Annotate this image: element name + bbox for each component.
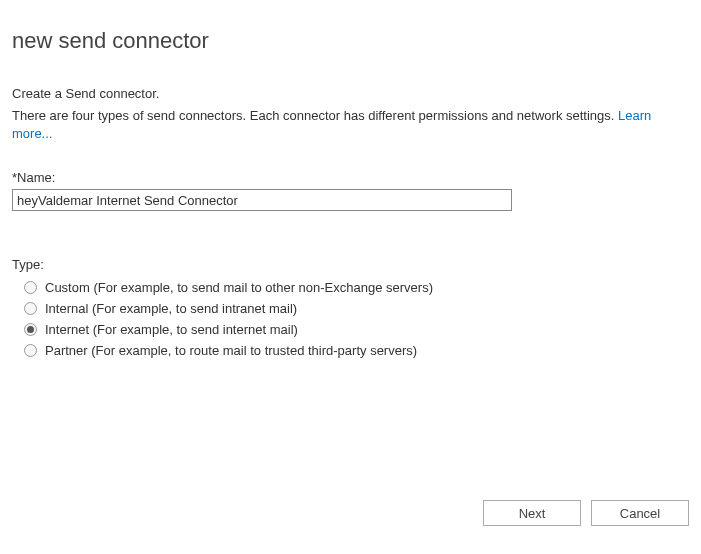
name-input[interactable] xyxy=(12,189,512,211)
type-option-label: Partner (For example, to route mail to t… xyxy=(45,343,417,358)
radio-icon xyxy=(24,302,37,315)
page-title: new send connector xyxy=(12,28,689,54)
type-option-label: Custom (For example, to send mail to oth… xyxy=(45,280,433,295)
type-label: Type: xyxy=(12,257,689,272)
intro-text-1: Create a Send connector. xyxy=(12,86,689,101)
type-option-internal[interactable]: Internal (For example, to send intranet … xyxy=(24,301,689,316)
intro-text-2-body: There are four types of send connectors.… xyxy=(12,108,618,123)
cancel-button[interactable]: Cancel xyxy=(591,500,689,526)
type-option-partner[interactable]: Partner (For example, to route mail to t… xyxy=(24,343,689,358)
radio-icon xyxy=(24,344,37,357)
next-button[interactable]: Next xyxy=(483,500,581,526)
type-radio-group: Custom (For example, to send mail to oth… xyxy=(12,280,689,358)
type-option-label: Internet (For example, to send internet … xyxy=(45,322,298,337)
name-field-label: *Name: xyxy=(12,170,689,185)
type-option-internet[interactable]: Internet (For example, to send internet … xyxy=(24,322,689,337)
type-option-label: Internal (For example, to send intranet … xyxy=(45,301,297,316)
intro-text-2: There are four types of send connectors.… xyxy=(12,107,689,142)
radio-icon xyxy=(24,281,37,294)
dialog-button-row: Next Cancel xyxy=(483,500,689,526)
radio-icon xyxy=(24,323,37,336)
type-option-custom[interactable]: Custom (For example, to send mail to oth… xyxy=(24,280,689,295)
